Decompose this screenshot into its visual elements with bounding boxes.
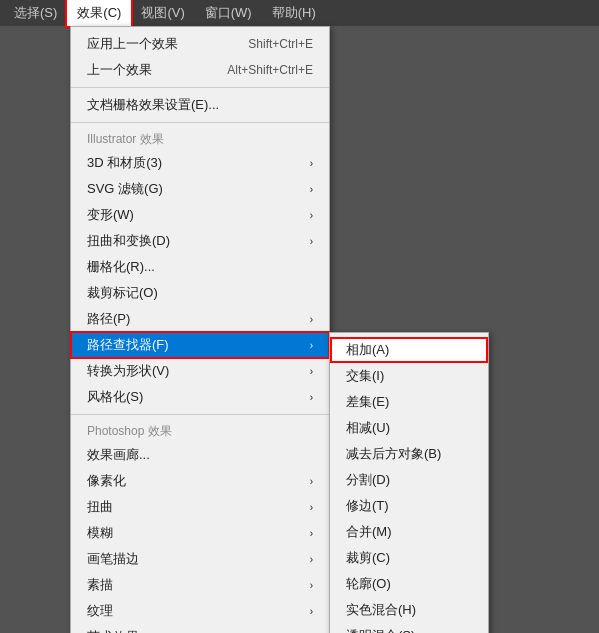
arrow-icon: › xyxy=(310,184,313,195)
doc-raster-settings[interactable]: 文档栅格效果设置(E)... xyxy=(71,92,329,118)
subtract-sub-item[interactable]: 相减(U) xyxy=(330,415,488,441)
illustrator-section-label: Illustrator 效果 xyxy=(71,127,329,150)
pathfinder[interactable]: 路径查找器(F) › 相加(A) 交集(I) 差集(E) 相减(U) 减去后方对… xyxy=(71,332,329,358)
apply-last-effect[interactable]: 应用上一个效果 Shift+Ctrl+E xyxy=(71,31,329,57)
arrow-icon: › xyxy=(310,502,313,513)
3d-materials[interactable]: 3D 和材质(3) › xyxy=(71,150,329,176)
arrow-icon: › xyxy=(310,476,313,487)
menubar: 选择(S) 效果(C) 视图(V) 窗口(W) 帮助(H) xyxy=(0,0,599,26)
outline-sub-item[interactable]: 轮廓(O) xyxy=(330,571,488,597)
blur[interactable]: 模糊 › xyxy=(71,520,329,546)
arrow-icon: › xyxy=(310,392,313,403)
subtract-back-sub-item[interactable]: 减去后方对象(B) xyxy=(330,441,488,467)
divide-sub-item[interactable]: 分割(D) xyxy=(330,467,488,493)
convert-shape[interactable]: 转换为形状(V) › xyxy=(71,358,329,384)
texture[interactable]: 纹理 › xyxy=(71,598,329,624)
svg-filters[interactable]: SVG 滤镜(G) › xyxy=(71,176,329,202)
last-effect[interactable]: 上一个效果 Alt+Shift+Ctrl+E xyxy=(71,57,329,83)
separator-3 xyxy=(71,414,329,415)
arrow-icon: › xyxy=(310,580,313,591)
effect-gallery[interactable]: 效果画廊... xyxy=(71,442,329,468)
arrow-icon: › xyxy=(310,366,313,377)
hard-mix-sub-item[interactable]: 实色混合(H) xyxy=(330,597,488,623)
trim-sub-item[interactable]: 修边(T) xyxy=(330,493,488,519)
merge-sub-item[interactable]: 合并(M) xyxy=(330,519,488,545)
rasterize[interactable]: 栅格化(R)... xyxy=(71,254,329,280)
menubar-item-effect[interactable]: 效果(C) xyxy=(67,0,131,26)
stylize-ill[interactable]: 风格化(S) › xyxy=(71,384,329,410)
arrow-icon: › xyxy=(310,554,313,565)
artistic[interactable]: 艺术效果 › xyxy=(71,624,329,633)
arrow-icon: › xyxy=(310,236,313,247)
distort[interactable]: 扭曲 › xyxy=(71,494,329,520)
brush-strokes[interactable]: 画笔描边 › xyxy=(71,546,329,572)
arrow-icon: › xyxy=(310,210,313,221)
separator-1 xyxy=(71,87,329,88)
menubar-item-select[interactable]: 选择(S) xyxy=(4,0,67,26)
soft-mix-sub-item[interactable]: 透明混合(S)... xyxy=(330,623,488,633)
arrow-icon: › xyxy=(310,314,313,325)
add-sub-item[interactable]: 相加(A) xyxy=(330,337,488,363)
crop-sub-item[interactable]: 裁剪(C) xyxy=(330,545,488,571)
sketch[interactable]: 素描 › xyxy=(71,572,329,598)
menubar-item-window[interactable]: 窗口(W) xyxy=(195,0,262,26)
arrow-icon: › xyxy=(310,158,313,169)
separator-2 xyxy=(71,122,329,123)
crop-marks[interactable]: 裁剪标记(O) xyxy=(71,280,329,306)
arrow-icon: › xyxy=(310,606,313,617)
menubar-item-view[interactable]: 视图(V) xyxy=(131,0,194,26)
pathfinder-submenu: 相加(A) 交集(I) 差集(E) 相减(U) 减去后方对象(B) 分割(D) xyxy=(329,332,489,633)
arrow-icon: › xyxy=(310,528,313,539)
main-dropdown: 应用上一个效果 Shift+Ctrl+E 上一个效果 Alt+Shift+Ctr… xyxy=(70,26,330,633)
arrow-icon: › xyxy=(310,340,313,351)
path[interactable]: 路径(P) › xyxy=(71,306,329,332)
dropdown-wrapper: 应用上一个效果 Shift+Ctrl+E 上一个效果 Alt+Shift+Ctr… xyxy=(70,26,330,633)
warp-transform[interactable]: 扭曲和变换(D) › xyxy=(71,228,329,254)
exclude-sub-item[interactable]: 差集(E) xyxy=(330,389,488,415)
photoshop-section-label: Photoshop 效果 xyxy=(71,419,329,442)
intersect-sub-item[interactable]: 交集(I) xyxy=(330,363,488,389)
transform[interactable]: 变形(W) › xyxy=(71,202,329,228)
menubar-item-help[interactable]: 帮助(H) xyxy=(262,0,326,26)
pixelate[interactable]: 像素化 › xyxy=(71,468,329,494)
